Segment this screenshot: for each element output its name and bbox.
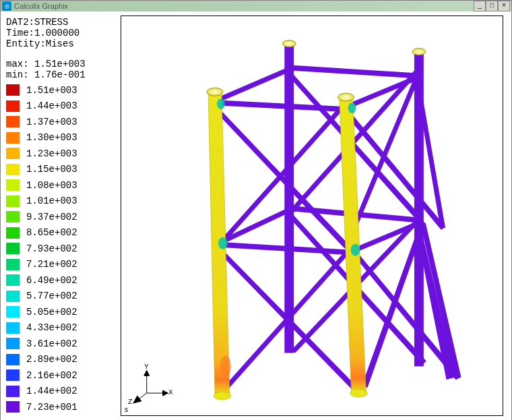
mid-left-depth [222, 207, 290, 245]
legend-swatch [6, 306, 20, 318]
legend-label: 1.44e+003 [26, 100, 77, 111]
legend-label: 1.15e+003 [26, 164, 77, 175]
dataset-label: DAT2:STRESS [6, 17, 117, 28]
min-label: min: 1.76e-001 [6, 69, 117, 80]
legend-swatch [6, 164, 20, 175]
legend-swatch [6, 148, 20, 159]
svg-point-9 [220, 356, 231, 378]
info-panel: DAT2:STRESS Time:1.000000 Entity:Mises m… [1, 11, 121, 420]
legend-swatch [6, 369, 20, 381]
legend-label: 2.16e+002 [26, 370, 77, 381]
legend-label: 7.23e+001 [26, 402, 77, 413]
svg-marker-18 [163, 390, 168, 396]
legend-row: 1.30e+003 [6, 132, 117, 144]
legend-swatch [6, 322, 20, 334]
window-title: Calculix Graphix [14, 2, 474, 10]
svg-point-6 [214, 392, 231, 400]
legend-row: 1.23e+003 [6, 148, 117, 159]
legend-label: 1.51e+003 [26, 85, 77, 96]
legend-swatch [6, 211, 20, 222]
legend-row: 2.89e+002 [6, 354, 117, 365]
legend-label: 1.44e+002 [26, 386, 77, 396]
legend-row: 1.08e+003 [6, 179, 117, 191]
legend-row: 1.44e+003 [6, 100, 117, 112]
entity-label: Entity:Mises [6, 38, 117, 49]
svg-point-13 [348, 102, 356, 113]
legend-row: 5.05e+002 [6, 306, 117, 318]
legend-swatch [6, 259, 20, 270]
axis-y-label: Y [144, 363, 149, 371]
legend-label: 1.23e+003 [26, 148, 77, 159]
maximize-button[interactable]: □ [486, 1, 498, 11]
color-legend: 1.51e+0031.44e+0031.37e+0031.30e+0031.23… [6, 84, 117, 413]
axis-z-label: Z [128, 398, 133, 406]
legend-row: 5.77e+002 [6, 291, 117, 302]
svg-rect-0 [284, 44, 294, 353]
legend-row: 9.37e+002 [6, 211, 117, 222]
legend-row: 4.33e+002 [6, 322, 117, 334]
app-icon: ◎ [2, 1, 11, 11]
time-label: Time:1.000000 [6, 28, 117, 38]
legend-row: 1.37e+003 [6, 116, 117, 127]
close-button[interactable]: × [498, 1, 510, 11]
svg-point-1 [282, 40, 296, 47]
window-controls: _ □ × [474, 1, 510, 11]
legend-swatch [6, 274, 20, 286]
legend-swatch [6, 227, 20, 239]
legend-label: 2.89e+002 [26, 354, 77, 365]
legend-label: 1.37e+003 [26, 117, 77, 127]
dataset-info: DAT2:STRESS Time:1.000000 Entity:Mises [6, 17, 117, 49]
legend-label: 8.65e+002 [26, 227, 77, 238]
axis-x-label: X [168, 388, 173, 396]
minimize-button[interactable]: _ [474, 1, 486, 11]
svg-point-7 [217, 98, 225, 109]
legend-row: 2.16e+002 [6, 369, 117, 381]
legend-label: 1.01e+003 [26, 196, 77, 206]
svg-marker-20 [133, 396, 141, 403]
svg-point-5 [207, 88, 223, 96]
legend-swatch [6, 338, 20, 349]
svg-point-8 [218, 237, 228, 249]
content-area: DAT2:STRESS Time:1.000000 Entity:Mises m… [1, 11, 511, 420]
legend-swatch [6, 116, 20, 127]
legend-label: 3.61e+002 [26, 338, 77, 349]
axis-triad [133, 370, 168, 403]
legend-label: 7.21e+002 [26, 259, 77, 270]
legend-label: 1.08e+003 [26, 180, 77, 191]
app-window: ◎ Calculix Graphix _ □ × DAT2:STRESS Tim… [0, 0, 512, 420]
legend-swatch [6, 354, 20, 365]
legend-label: 1.30e+003 [26, 132, 77, 143]
svg-point-12 [350, 389, 368, 397]
legend-swatch [6, 401, 20, 413]
legend-label: 9.37e+002 [26, 212, 77, 222]
model-render [121, 16, 503, 415]
legend-label: 5.05e+002 [26, 307, 77, 318]
max-label: max: 1.51e+003 [6, 59, 117, 69]
svg-point-14 [351, 244, 360, 256]
titlebar: ◎ Calculix Graphix _ □ × [1, 1, 511, 11]
legend-swatch [6, 243, 20, 254]
legend-row: 7.23e+001 [6, 401, 117, 413]
minmax-block: max: 1.51e+003 min: 1.76e-001 [6, 59, 117, 80]
legend-row: 3.61e+002 [6, 338, 117, 349]
legend-label: 6.49e+002 [26, 275, 77, 286]
legend-label: 4.33e+002 [26, 322, 77, 333]
top-rear-brace [290, 65, 418, 79]
legend-row: 6.49e+002 [6, 274, 117, 286]
legend-label: 5.77e+002 [26, 291, 77, 301]
legend-swatch [6, 132, 20, 144]
front-left-leg [207, 88, 231, 400]
legend-label: 7.93e+002 [26, 243, 77, 254]
legend-row: 1.01e+003 [6, 196, 117, 207]
legend-swatch [6, 196, 20, 207]
legend-swatch [6, 179, 20, 191]
svg-point-3 [412, 49, 426, 55]
legend-swatch [6, 84, 20, 96]
legend-swatch [6, 291, 20, 302]
legend-row: 8.65e+002 [6, 227, 117, 239]
legend-swatch [6, 100, 20, 112]
viewport-3d[interactable]: Y X Z s [121, 16, 503, 416]
legend-row: 7.93e+002 [6, 243, 117, 254]
axis-s-label: s [124, 406, 129, 414]
front-top-brace [215, 100, 345, 112]
